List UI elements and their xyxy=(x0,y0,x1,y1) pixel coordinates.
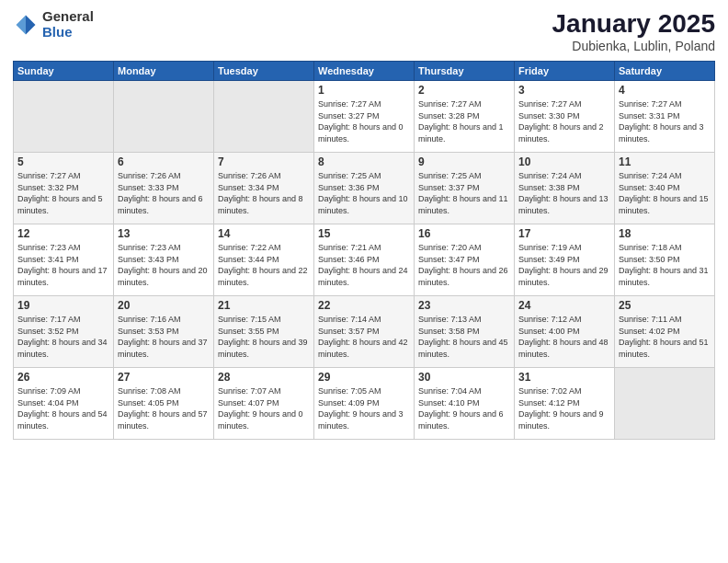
day-info: Sunrise: 7:15 AMSunset: 3:55 PMDaylight:… xyxy=(218,314,310,360)
day-info: Sunrise: 7:14 AMSunset: 3:57 PMDaylight:… xyxy=(318,314,410,360)
day-info: Sunrise: 7:08 AMSunset: 4:05 PMDaylight:… xyxy=(118,385,210,431)
day-number: 18 xyxy=(619,227,711,240)
logo-text: General Blue xyxy=(42,9,94,40)
day-number: 15 xyxy=(318,227,410,240)
calendar-cell: 1Sunrise: 7:27 AMSunset: 3:27 PMDaylight… xyxy=(314,81,415,153)
day-info: Sunrise: 7:27 AMSunset: 3:27 PMDaylight:… xyxy=(318,98,410,144)
day-number: 7 xyxy=(218,155,310,168)
calendar-cell: 3Sunrise: 7:27 AMSunset: 3:30 PMDaylight… xyxy=(515,81,615,153)
calendar-cell: 19Sunrise: 7:17 AMSunset: 3:52 PMDayligh… xyxy=(14,296,114,368)
day-number: 28 xyxy=(218,371,310,384)
day-number: 5 xyxy=(17,155,109,168)
calendar-cell: 23Sunrise: 7:13 AMSunset: 3:58 PMDayligh… xyxy=(415,296,515,368)
day-info: Sunrise: 7:04 AMSunset: 4:10 PMDaylight:… xyxy=(418,385,510,431)
calendar-cell: 6Sunrise: 7:26 AMSunset: 3:33 PMDaylight… xyxy=(114,153,214,224)
calendar-cell: 5Sunrise: 7:27 AMSunset: 3:32 PMDaylight… xyxy=(14,153,114,224)
week-row-1: 1Sunrise: 7:27 AMSunset: 3:27 PMDaylight… xyxy=(14,81,715,153)
day-number: 20 xyxy=(118,299,210,312)
day-info: Sunrise: 7:27 AMSunset: 3:30 PMDaylight:… xyxy=(518,98,610,144)
day-info: Sunrise: 7:19 AMSunset: 3:49 PMDaylight:… xyxy=(518,242,610,288)
day-info: Sunrise: 7:24 AMSunset: 3:38 PMDaylight:… xyxy=(518,170,610,216)
header: General Blue January 2025 Dubienka, Lubl… xyxy=(13,9,715,53)
day-number: 30 xyxy=(418,371,510,384)
header-wednesday: Wednesday xyxy=(314,62,415,81)
calendar-cell: 27Sunrise: 7:08 AMSunset: 4:05 PMDayligh… xyxy=(114,368,214,440)
calendar-cell xyxy=(114,81,214,153)
day-number: 9 xyxy=(418,155,510,168)
week-row-5: 26Sunrise: 7:09 AMSunset: 4:04 PMDayligh… xyxy=(14,368,715,440)
calendar-cell: 11Sunrise: 7:24 AMSunset: 3:40 PMDayligh… xyxy=(615,153,715,224)
day-info: Sunrise: 7:07 AMSunset: 4:07 PMDaylight:… xyxy=(218,385,310,431)
calendar-cell xyxy=(14,81,114,153)
calendar-page: General Blue January 2025 Dubienka, Lubl… xyxy=(0,0,728,563)
day-number: 2 xyxy=(418,84,510,97)
calendar-header-row: SundayMondayTuesdayWednesdayThursdayFrid… xyxy=(14,62,715,81)
calendar-cell: 28Sunrise: 7:07 AMSunset: 4:07 PMDayligh… xyxy=(214,368,314,440)
day-number: 23 xyxy=(418,299,510,312)
day-number: 8 xyxy=(318,155,410,168)
day-number: 16 xyxy=(418,227,510,240)
calendar-cell: 30Sunrise: 7:04 AMSunset: 4:10 PMDayligh… xyxy=(415,368,515,440)
header-tuesday: Tuesday xyxy=(214,62,314,81)
day-info: Sunrise: 7:26 AMSunset: 3:33 PMDaylight:… xyxy=(118,170,210,216)
day-number: 21 xyxy=(218,299,310,312)
day-number: 22 xyxy=(318,299,410,312)
day-info: Sunrise: 7:25 AMSunset: 3:37 PMDaylight:… xyxy=(418,170,510,216)
day-info: Sunrise: 7:02 AMSunset: 4:12 PMDaylight:… xyxy=(518,385,610,431)
day-info: Sunrise: 7:16 AMSunset: 3:53 PMDaylight:… xyxy=(118,314,210,360)
logo-general: General xyxy=(42,9,94,25)
header-monday: Monday xyxy=(114,62,214,81)
day-number: 24 xyxy=(518,299,610,312)
calendar-cell: 16Sunrise: 7:20 AMSunset: 3:47 PMDayligh… xyxy=(415,224,515,296)
day-number: 10 xyxy=(518,155,610,168)
day-info: Sunrise: 7:21 AMSunset: 3:46 PMDaylight:… xyxy=(318,242,410,288)
day-number: 11 xyxy=(619,155,711,168)
calendar-cell: 22Sunrise: 7:14 AMSunset: 3:57 PMDayligh… xyxy=(314,296,415,368)
day-number: 6 xyxy=(118,155,210,168)
day-info: Sunrise: 7:09 AMSunset: 4:04 PMDaylight:… xyxy=(17,385,109,431)
calendar-cell: 29Sunrise: 7:05 AMSunset: 4:09 PMDayligh… xyxy=(314,368,415,440)
day-number: 26 xyxy=(17,371,109,384)
day-number: 25 xyxy=(619,299,711,312)
calendar-table: SundayMondayTuesdayWednesdayThursdayFrid… xyxy=(13,61,715,440)
day-number: 14 xyxy=(218,227,310,240)
calendar-cell: 15Sunrise: 7:21 AMSunset: 3:46 PMDayligh… xyxy=(314,224,415,296)
day-info: Sunrise: 7:27 AMSunset: 3:31 PMDaylight:… xyxy=(619,98,711,144)
logo-blue: Blue xyxy=(42,25,94,40)
day-info: Sunrise: 7:27 AMSunset: 3:28 PMDaylight:… xyxy=(418,98,510,144)
header-thursday: Thursday xyxy=(415,62,515,81)
day-info: Sunrise: 7:23 AMSunset: 3:43 PMDaylight:… xyxy=(118,242,210,288)
day-number: 3 xyxy=(518,84,610,97)
calendar-cell: 2Sunrise: 7:27 AMSunset: 3:28 PMDaylight… xyxy=(415,81,515,153)
calendar-cell: 13Sunrise: 7:23 AMSunset: 3:43 PMDayligh… xyxy=(114,224,214,296)
calendar-cell: 10Sunrise: 7:24 AMSunset: 3:38 PMDayligh… xyxy=(515,153,615,224)
calendar-cell xyxy=(214,81,314,153)
day-number: 29 xyxy=(318,371,410,384)
day-info: Sunrise: 7:12 AMSunset: 4:00 PMDaylight:… xyxy=(518,314,610,360)
day-info: Sunrise: 7:05 AMSunset: 4:09 PMDaylight:… xyxy=(318,385,410,431)
calendar-cell: 31Sunrise: 7:02 AMSunset: 4:12 PMDayligh… xyxy=(515,368,615,440)
calendar-cell: 12Sunrise: 7:23 AMSunset: 3:41 PMDayligh… xyxy=(14,224,114,296)
day-number: 13 xyxy=(118,227,210,240)
calendar-cell: 21Sunrise: 7:15 AMSunset: 3:55 PMDayligh… xyxy=(214,296,314,368)
week-row-3: 12Sunrise: 7:23 AMSunset: 3:41 PMDayligh… xyxy=(14,224,715,296)
day-number: 27 xyxy=(118,371,210,384)
calendar-cell: 14Sunrise: 7:22 AMSunset: 3:44 PMDayligh… xyxy=(214,224,314,296)
day-info: Sunrise: 7:22 AMSunset: 3:44 PMDaylight:… xyxy=(218,242,310,288)
header-saturday: Saturday xyxy=(615,62,715,81)
week-row-4: 19Sunrise: 7:17 AMSunset: 3:52 PMDayligh… xyxy=(14,296,715,368)
day-number: 17 xyxy=(518,227,610,240)
calendar-cell: 26Sunrise: 7:09 AMSunset: 4:04 PMDayligh… xyxy=(14,368,114,440)
title-block: January 2025 Dubienka, Lublin, Poland xyxy=(552,9,715,53)
header-sunday: Sunday xyxy=(14,62,114,81)
calendar-cell: 20Sunrise: 7:16 AMSunset: 3:53 PMDayligh… xyxy=(114,296,214,368)
day-number: 19 xyxy=(17,299,109,312)
logo: General Blue xyxy=(13,9,94,40)
day-number: 4 xyxy=(619,84,711,97)
day-info: Sunrise: 7:26 AMSunset: 3:34 PMDaylight:… xyxy=(218,170,310,216)
calendar-cell: 8Sunrise: 7:25 AMSunset: 3:36 PMDaylight… xyxy=(314,153,415,224)
calendar-cell: 9Sunrise: 7:25 AMSunset: 3:37 PMDaylight… xyxy=(415,153,515,224)
logo-icon xyxy=(13,12,39,38)
day-number: 12 xyxy=(17,227,109,240)
svg-marker-0 xyxy=(26,15,36,34)
